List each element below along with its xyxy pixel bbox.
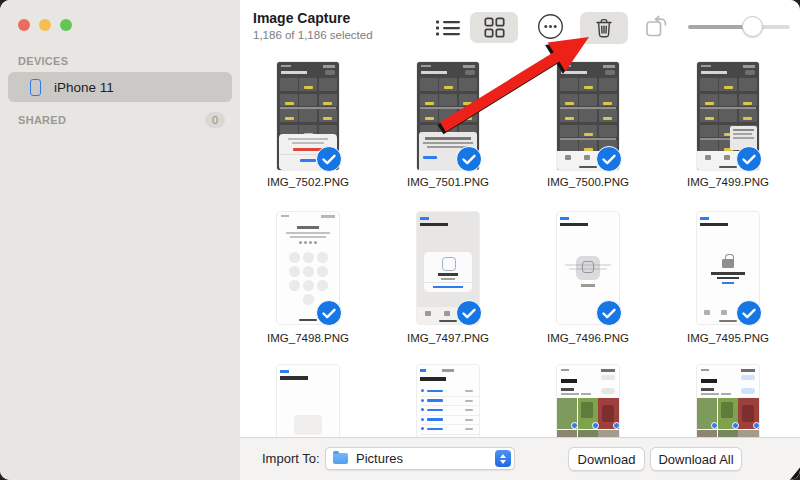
selection-checkmark-badge[interactable]	[316, 300, 342, 326]
grid-icon	[484, 17, 505, 38]
device-name: iPhone 11	[54, 80, 114, 95]
rotate-button[interactable]	[643, 13, 671, 39]
ellipsis-icon	[537, 13, 564, 40]
selection-checkmark-badge[interactable]	[736, 300, 762, 326]
list-view-button[interactable]	[435, 17, 461, 37]
photo-thumbnail[interactable]	[697, 365, 759, 437]
list-icon	[436, 19, 460, 36]
photo-grid: IMG_7502.PNGIMG_7501.PNGIMG_7500.PNGIMG_…	[240, 56, 800, 437]
devices-section-header: DEVICES	[18, 55, 68, 67]
photo-filename: IMG_7502.PNG	[240, 176, 378, 188]
selection-checkmark-badge[interactable]	[456, 146, 482, 172]
photo-filename: IMG_7497.PNG	[378, 332, 518, 344]
destination-value: Pictures	[356, 451, 403, 466]
thumbnail-art	[557, 365, 619, 437]
photo-thumbnail[interactable]	[277, 212, 339, 324]
download-button[interactable]: Download	[568, 447, 645, 471]
slider-knob[interactable]	[742, 16, 763, 37]
zoom-button[interactable]	[60, 19, 72, 31]
shared-section-header: SHARED	[18, 114, 66, 126]
zoom-slider[interactable]	[688, 16, 790, 37]
more-options-button[interactable]	[537, 13, 564, 40]
window-controls	[18, 19, 72, 31]
thumbnail-art	[277, 365, 339, 437]
page-title: Image Capture	[253, 10, 350, 26]
photo-thumbnail[interactable]	[417, 62, 479, 170]
thumbnail-art	[697, 365, 759, 437]
photo-thumbnail[interactable]	[697, 62, 759, 170]
sidebar: DEVICES iPhone 11 SHARED 0	[0, 0, 240, 480]
photo-thumbnail[interactable]	[697, 212, 759, 324]
photo-thumbnail[interactable]	[417, 365, 479, 437]
thumbnail-art	[417, 365, 479, 437]
selection-checkmark-badge[interactable]	[316, 146, 342, 172]
selection-checkmark-badge[interactable]	[596, 300, 622, 326]
shared-count-badge: 0	[205, 112, 225, 128]
selection-checkmark-badge[interactable]	[456, 300, 482, 326]
rotate-icon	[644, 14, 670, 38]
header: Image Capture 1,186 of 1,186 selected	[240, 0, 800, 57]
grid-view-button[interactable]	[470, 12, 518, 43]
photo-thumbnail[interactable]	[557, 212, 619, 324]
photo-filename: IMG_7499.PNG	[658, 176, 798, 188]
folder-icon	[333, 453, 348, 464]
photo-filename: IMG_7495.PNG	[658, 332, 798, 344]
photo-filename: IMG_7498.PNG	[240, 332, 378, 344]
download-all-button[interactable]: Download All	[650, 447, 742, 471]
selection-checkmark-badge[interactable]	[736, 146, 762, 172]
minimize-button[interactable]	[39, 19, 51, 31]
photo-thumbnail[interactable]	[557, 365, 619, 437]
photo-filename: IMG_7496.PNG	[518, 332, 658, 344]
photo-thumbnail[interactable]	[557, 62, 619, 170]
photo-thumbnail[interactable]	[277, 365, 339, 437]
photo-thumbnail[interactable]	[417, 212, 479, 324]
iphone-icon	[30, 79, 41, 96]
photo-filename: IMG_7500.PNG	[518, 176, 658, 188]
sidebar-item-iphone11[interactable]: iPhone 11	[8, 72, 232, 102]
delete-button[interactable]	[580, 12, 628, 44]
import-to-label: Import To:	[262, 451, 320, 466]
photo-filename: IMG_7501.PNG	[378, 176, 518, 188]
trash-icon	[594, 17, 614, 39]
selection-status: 1,186 of 1,186 selected	[253, 29, 373, 41]
close-button[interactable]	[18, 19, 30, 31]
select-stepper-icon	[495, 450, 511, 467]
selection-checkmark-badge[interactable]	[596, 146, 622, 172]
image-capture-window: DEVICES iPhone 11 SHARED 0 Image Capture…	[0, 0, 800, 480]
destination-select[interactable]: Pictures	[325, 447, 515, 470]
photo-thumbnail[interactable]	[277, 62, 339, 170]
import-bar: Import To: Pictures Download Download Al…	[240, 437, 800, 480]
